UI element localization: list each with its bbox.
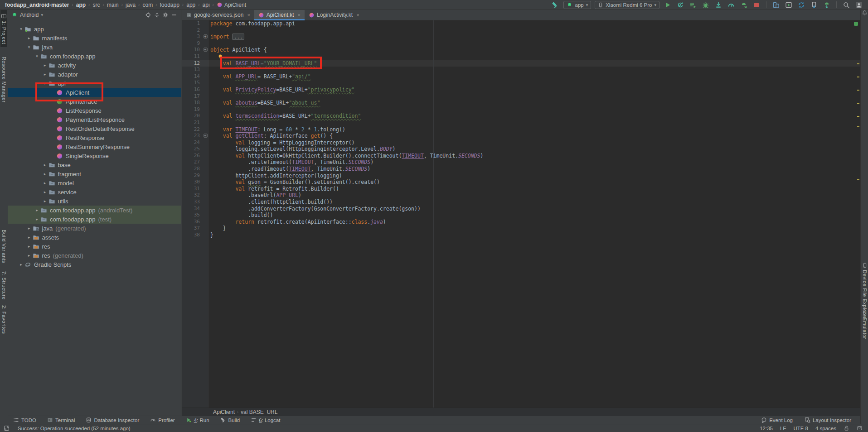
tree-collapsed-icon[interactable]: ▸	[42, 190, 48, 194]
tree-expanded-icon[interactable]: ▾	[42, 81, 48, 86]
warning-stripe-mark[interactable]	[857, 126, 859, 127]
warning-stripe-mark[interactable]	[857, 179, 859, 180]
collapse-all-button[interactable]	[154, 12, 160, 18]
toolwindow-button-database-inspector[interactable]: Database Inspector	[86, 417, 139, 423]
tab-loginactivity-kt[interactable]: LoginActivity.kt×	[305, 10, 364, 20]
code-line-29[interactable]: 29 httpClient.addInterceptor(logging)	[182, 173, 860, 179]
code-editor[interactable]: 1package com.foodapp.app.api23+import ..…	[182, 20, 860, 408]
status-indent[interactable]: 4 spaces	[815, 426, 836, 431]
tree-expanded-icon[interactable]: ▾	[26, 45, 33, 49]
code-line-19[interactable]: 19	[182, 106, 860, 113]
stripe-button-7-structure[interactable]: 7: Structure	[1, 268, 7, 303]
settings-icon[interactable]	[162, 12, 169, 18]
unlock-icon[interactable]	[844, 425, 849, 431]
tree-collapsed-icon[interactable]: ▸	[42, 163, 48, 167]
tree-item-restresponse[interactable]: RestResponse	[8, 133, 181, 142]
status-line-separator[interactable]: LF	[780, 426, 786, 431]
build-hammer-button[interactable]	[551, 0, 560, 10]
tree-collapsed-icon[interactable]: ▸	[42, 72, 48, 77]
fold-marker[interactable]: −	[203, 133, 208, 139]
daemon-face-icon[interactable]	[857, 425, 863, 431]
android-sdk-button[interactable]	[822, 0, 831, 10]
code-line-27[interactable]: 27 .writeTimeout(TIMEOUT, TimeUnit.SECON…	[182, 159, 860, 166]
code-line-3[interactable]: 3+import ...	[182, 34, 860, 40]
user-avatar-button[interactable]	[854, 0, 863, 10]
tree-collapsed-icon[interactable]: ▸	[34, 208, 40, 212]
tree-item-activity[interactable]: ▸activity	[8, 61, 181, 70]
toolwindow-button-event-log[interactable]: Event Log	[761, 417, 793, 423]
tab-close-icon[interactable]: ×	[356, 12, 359, 18]
code-line-15[interactable]: 15	[182, 80, 860, 86]
tree-collapsed-icon[interactable]: ▸	[42, 181, 48, 185]
toolwindow-button-terminal[interactable]: Terminal	[47, 417, 75, 423]
tool-windows-icon[interactable]	[4, 425, 10, 431]
tree-item-api[interactable]: ▾api	[8, 79, 181, 88]
code-line-34[interactable]: 34 .addConverterFactory(GsonConverterFac…	[182, 206, 860, 212]
code-line-11[interactable]: 11	[182, 53, 860, 60]
fold-marker[interactable]: +	[203, 34, 208, 40]
warning-stripe-mark[interactable]	[857, 116, 859, 117]
locate-file-button[interactable]	[145, 12, 151, 18]
tree-item-java[interactable]: ▾java	[8, 43, 181, 52]
notifications-icon[interactable]	[862, 10, 868, 16]
toolwindow-button-6-logcat[interactable]: 6: Logcat	[251, 417, 280, 423]
tree-item-gradle-scripts[interactable]: ▸Gradle Scripts	[8, 260, 181, 269]
toolwindow-button-build[interactable]: Build	[220, 417, 240, 423]
editor-breadcrumb-item[interactable]: val BASE_URL	[241, 409, 277, 415]
toolwindow-button-profiler[interactable]: Profiler	[150, 417, 175, 423]
code-line-24[interactable]: 24 val logging = HttpLoggingInterceptor(…	[182, 139, 860, 146]
stripe-button-resource-manager[interactable]: Resource Manager	[1, 53, 7, 106]
breadcrumb-item[interactable]: main	[107, 2, 119, 8]
tree-item-base[interactable]: ▸base	[8, 160, 181, 169]
tree-item-com-foodapp-app[interactable]: ▾com.foodapp.app	[8, 52, 181, 61]
tab-close-icon[interactable]: ×	[247, 12, 250, 18]
toolwindow-button-todo[interactable]: TODO	[13, 417, 36, 423]
device-select[interactable]: Xiaomi Redmi 6 Pro▾	[595, 1, 659, 9]
tree-item-res[interactable]: ▸res(generated)	[8, 251, 181, 260]
tab-google-services-json[interactable]: google-services.json×	[182, 10, 254, 20]
tree-expanded-icon[interactable]: ▾	[34, 54, 40, 58]
code-line-16[interactable]: 16 val PrivicyPolicy=BASE_URL+"privacypo…	[182, 86, 860, 93]
tree-collapsed-icon[interactable]: ▸	[26, 244, 33, 249]
tree-collapsed-icon[interactable]: ▸	[42, 172, 48, 176]
warning-stripe-mark[interactable]	[857, 103, 859, 104]
avd-manager-button[interactable]	[784, 0, 793, 10]
tree-item-restorderdetailresponse[interactable]: RestOrderDetailResponse	[8, 124, 181, 133]
tree-item-java[interactable]: ▸java(generated)	[8, 224, 181, 233]
profiler-button[interactable]	[727, 0, 736, 10]
sdk-manager-button[interactable]	[810, 0, 819, 10]
tree-expanded-icon[interactable]: ▾	[18, 27, 24, 31]
breadcrumb-item[interactable]: foodapp_android-master	[5, 2, 69, 8]
code-line-23[interactable]: 23− val getClient: ApiInterface get() {	[182, 133, 860, 139]
breadcrumb-item[interactable]: src	[92, 2, 100, 8]
profile-android-button[interactable]	[739, 0, 748, 10]
code-line-17[interactable]: 17	[182, 93, 860, 100]
stripe-button-2-favorites[interactable]: 2: Favorites	[1, 302, 7, 337]
code-line-25[interactable]: 25 logging.setLevel(HttpLoggingIntercept…	[182, 146, 860, 153]
code-line-31[interactable]: 31 val retrofit = Retrofit.Builder()	[182, 186, 860, 192]
apply-code-changes-button[interactable]	[689, 0, 698, 10]
tree-collapsed-icon[interactable]: ▸	[26, 226, 33, 230]
code-line-38[interactable]: 38}	[182, 232, 860, 239]
tree-item-listresponse[interactable]: ListResponse	[8, 106, 181, 115]
code-line-28[interactable]: 28 .readTimeout(TIMEOUT, TimeUnit.SECOND…	[182, 166, 860, 173]
code-line-26[interactable]: 26 val httpClient=OkHttpClient.Builder()…	[182, 153, 860, 159]
search-everywhere-button[interactable]	[842, 0, 851, 10]
tree-item-fragment[interactable]: ▸fragment	[8, 169, 181, 178]
code-line-35[interactable]: 35 .build()	[182, 212, 860, 219]
toolwindow-button-layout-inspector[interactable]: Layout Inspector	[805, 417, 851, 423]
tree-item-assets[interactable]: ▸assets	[8, 233, 181, 242]
code-line-33[interactable]: 33 .client(httpClient.build())	[182, 199, 860, 206]
debug-button[interactable]	[701, 0, 710, 10]
code-line-22[interactable]: 22 var TIMEOUT: Long = 60 * 2 * 1.toLong…	[182, 126, 860, 133]
tree-item-app[interactable]: ▾app	[8, 24, 181, 34]
code-line-14[interactable]: 14 val APP_URL= BASE_URL+"api/"	[182, 73, 860, 80]
code-line-36[interactable]: 36 return retrofit.create(ApiInterface::…	[182, 219, 860, 226]
tree-collapsed-icon[interactable]: ▸	[34, 217, 40, 221]
tree-collapsed-icon[interactable]: ▸	[26, 36, 33, 40]
stripe-button-emulator[interactable]: Emulator	[862, 307, 868, 342]
stripe-button-build-variants[interactable]: Build Variants	[1, 226, 7, 266]
status-encoding[interactable]: UTF-8	[793, 426, 808, 431]
code-line-30[interactable]: 30 val gson = GsonBuilder().setLenient()…	[182, 179, 860, 186]
tree-item-service[interactable]: ▸service	[8, 187, 181, 197]
